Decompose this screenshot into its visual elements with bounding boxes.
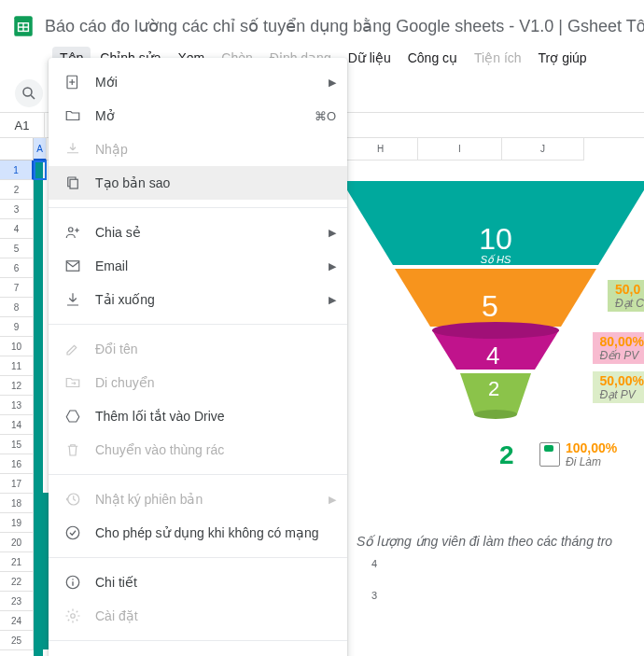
menu-item-print[interactable]: In⌘P	[49, 649, 347, 656]
menu-item-copy[interactable]: Tạo bản sao	[49, 166, 347, 200]
col-header[interactable]: J	[502, 138, 584, 161]
funnel-stage-2: 5	[482, 291, 498, 321]
active-cell[interactable]	[34, 161, 47, 180]
menu-trợ giúp[interactable]: Trợ giúp	[531, 47, 595, 69]
y-tick-3: 3	[371, 590, 377, 601]
menu-dữ liệu[interactable]: Dữ liệu	[341, 47, 399, 69]
menu-item-new[interactable]: Mới▶	[49, 65, 347, 99]
sheets-logo[interactable]	[11, 7, 35, 45]
document-title[interactable]: Báo cáo đo lường các chỉ số tuyển dụng b…	[45, 16, 644, 36]
row-header[interactable]: 11	[0, 356, 34, 376]
row-header[interactable]: 8	[0, 298, 34, 317]
menu-item-offline[interactable]: Cho phép sử dụng khi không có mạng	[49, 516, 347, 550]
submenu-arrow-icon: ▶	[329, 227, 336, 239]
row-header[interactable]: 18	[0, 494, 34, 513]
file-menu-dropdown: Mới▶Mở⌘ONhậpTạo bản saoChia sẻ▶Email▶Tải…	[49, 58, 347, 656]
row-header[interactable]: 19	[0, 513, 34, 533]
svg-point-25	[71, 614, 76, 619]
menu-item-move: Di chuyển	[49, 366, 347, 399]
menu-item-gear: Cài đặt	[49, 599, 347, 633]
row-header[interactable]: 22	[0, 572, 34, 592]
row-header[interactable]: 3	[0, 200, 34, 219]
row-header[interactable]: 24	[0, 611, 34, 631]
shortcut: ⌘O	[315, 109, 336, 123]
rename-icon	[63, 340, 82, 358]
menu-item-share[interactable]: Chia sẻ▶	[49, 216, 347, 249]
funnel-stage-1: 10 Số HS	[463, 224, 528, 266]
row-header[interactable]: 13	[0, 396, 34, 415]
menu-item-label: Email	[95, 258, 329, 273]
menu-item-label: Mở	[95, 108, 315, 123]
submenu-arrow-icon: ▶	[329, 260, 336, 272]
menu-công cụ[interactable]: Công cụ	[400, 47, 465, 69]
col-header[interactable]: H	[343, 138, 418, 161]
copy-icon	[63, 174, 82, 192]
row-header[interactable]: 4	[0, 219, 34, 239]
col-header[interactable]: A	[34, 138, 47, 161]
menu-tiện ích[interactable]: Tiện ích	[467, 47, 529, 69]
menu-item-drive[interactable]: Thêm lối tắt vào Drive	[49, 399, 347, 433]
new-icon	[63, 73, 82, 91]
menu-item-history: Nhật ký phiên bản▶	[49, 482, 347, 516]
menu-separator	[49, 474, 347, 475]
row-header[interactable]: 7	[0, 278, 34, 298]
menu-item-folder[interactable]: Mở⌘O	[49, 99, 347, 133]
move-icon	[63, 373, 82, 392]
svg-point-16	[69, 228, 74, 232]
menu-item-label: Nhập	[95, 142, 336, 157]
badge-2: 80,00%Đến PV	[593, 332, 644, 364]
menu-item-label: Tải xuống	[95, 292, 329, 307]
row-header[interactable]: 10	[0, 337, 34, 356]
download-icon	[63, 290, 82, 309]
menu-item-trash: Chuyển vào thùng rác	[49, 433, 347, 467]
gear-icon	[63, 607, 82, 625]
chart-title: Số lượng ứng viên đi làm theo các tháng …	[357, 534, 644, 549]
select-all-corner[interactable]	[0, 138, 34, 161]
col-header[interactable]: I	[418, 138, 502, 161]
row-header[interactable]: 2	[0, 180, 34, 200]
info-icon	[63, 573, 82, 592]
row-header[interactable]: 9	[0, 317, 34, 337]
svg-point-11	[474, 410, 517, 419]
search-button[interactable]	[15, 79, 43, 107]
trash-icon	[63, 440, 82, 459]
document-icon	[539, 442, 560, 467]
menu-item-label: Chuyển vào thùng rác	[95, 442, 336, 457]
row-header[interactable]: 6	[0, 258, 34, 278]
menu-separator	[49, 207, 347, 208]
menu-separator	[49, 324, 347, 325]
final-rate: 100,00%Đi Làm	[566, 440, 617, 468]
row-header[interactable]: 21	[0, 552, 34, 572]
menu-item-label: Chi tiết	[95, 575, 336, 590]
svg-point-21	[66, 526, 79, 539]
menu-item-label: Tạo bản sao	[95, 175, 336, 190]
submenu-arrow-icon: ▶	[329, 494, 336, 506]
row-header[interactable]: 14	[0, 415, 34, 435]
row-header[interactable]: 20	[0, 533, 34, 552]
menu-item-mail[interactable]: Email▶	[49, 249, 347, 283]
cell-fill	[34, 161, 43, 656]
menu-item-label: Nhật ký phiên bản	[95, 492, 329, 507]
menu-item-info[interactable]: Chi tiết	[49, 565, 347, 599]
row-header[interactable]: 16	[0, 454, 34, 474]
mail-icon	[63, 257, 82, 275]
menu-item-download[interactable]: Tải xuống▶	[49, 283, 347, 316]
row-header[interactable]: 12	[0, 376, 34, 396]
submenu-arrow-icon: ▶	[329, 77, 336, 89]
name-box[interactable]: A1	[0, 113, 45, 137]
row-header[interactable]: 23	[0, 592, 34, 611]
row-header[interactable]: 5	[0, 239, 34, 258]
title-bar: Báo cáo đo lường các chỉ số tuyển dụng b…	[0, 0, 644, 45]
menu-item-import: Nhập	[49, 133, 347, 166]
funnel-stage-4: 2	[488, 377, 499, 401]
row-header[interactable]: 17	[0, 474, 34, 494]
row-header[interactable]: 1	[0, 161, 34, 180]
svg-line-5	[31, 95, 35, 99]
final-count: 2	[499, 440, 514, 470]
y-tick-4: 4	[371, 558, 377, 569]
menu-separator	[49, 640, 347, 641]
row-header[interactable]: 15	[0, 435, 34, 454]
svg-point-24	[72, 579, 74, 580]
row-header[interactable]: 25	[0, 631, 34, 650]
funnel-stage-3: 4	[486, 342, 499, 370]
